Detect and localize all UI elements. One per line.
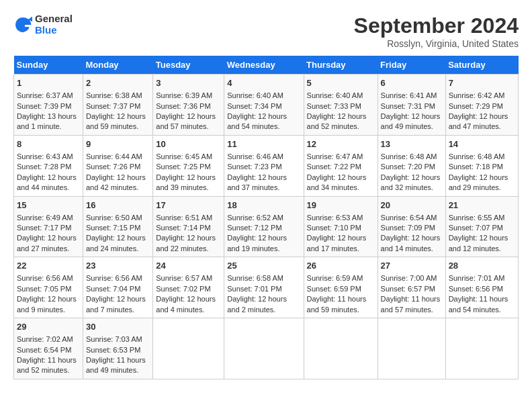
sunset-label: Sunset: 6:53 PM — [86, 346, 140, 354]
day-number: 12 — [307, 138, 375, 150]
daylight-label: Daylight: 12 hours and 52 minutes. — [307, 112, 367, 130]
daylight-label: Daylight: 12 hours and 54 minutes. — [227, 112, 287, 130]
calendar-cell: 30 Sunrise: 7:03 AM Sunset: 6:53 PM Dayl… — [83, 318, 152, 379]
sunset-label: Sunset: 6:54 PM — [17, 346, 71, 354]
calendar-table: Sunday Monday Tuesday Wednesday Thursday… — [13, 56, 519, 379]
calendar-week-5: 29 Sunrise: 7:02 AM Sunset: 6:54 PM Dayl… — [14, 318, 519, 379]
daylight-label: Daylight: 12 hours and 34 minutes. — [307, 173, 367, 191]
daylight-label: Daylight: 12 hours and 7 minutes. — [86, 295, 146, 313]
sunrise-label: Sunrise: 6:49 AM — [17, 214, 73, 222]
calendar-cell: 25 Sunrise: 6:58 AM Sunset: 7:01 PM Dayl… — [224, 257, 304, 318]
daylight-label: Daylight: 12 hours and 39 minutes. — [156, 173, 216, 191]
calendar-cell — [153, 318, 224, 379]
calendar-cell: 24 Sunrise: 6:57 AM Sunset: 7:02 PM Dayl… — [153, 257, 224, 318]
sunset-label: Sunset: 7:22 PM — [307, 163, 361, 171]
daylight-label: Daylight: 12 hours and 27 minutes. — [17, 234, 77, 252]
day-number: 27 — [381, 260, 443, 272]
sunrise-label: Sunrise: 6:55 AM — [449, 214, 505, 222]
calendar-cell — [378, 318, 445, 379]
sunrise-label: Sunrise: 6:46 AM — [227, 152, 283, 161]
col-friday: Friday — [378, 56, 445, 75]
day-number: 19 — [307, 199, 375, 212]
calendar-cell: 27 Sunrise: 7:00 AM Sunset: 6:57 PM Dayl… — [378, 257, 445, 318]
day-number: 26 — [307, 260, 375, 272]
calendar-cell: 23 Sunrise: 6:56 AM Sunset: 7:04 PM Dayl… — [83, 257, 152, 318]
col-saturday: Saturday — [445, 56, 518, 75]
sunrise-label: Sunrise: 6:56 AM — [86, 274, 142, 282]
calendar-cell: 6 Sunrise: 6:41 AM Sunset: 7:31 PM Dayli… — [378, 75, 445, 136]
sunset-label: Sunset: 7:39 PM — [17, 102, 71, 110]
sunset-label: Sunset: 7:28 PM — [17, 163, 71, 171]
day-number: 16 — [86, 199, 150, 212]
sunrise-label: Sunrise: 6:53 AM — [307, 214, 363, 222]
sunrise-label: Sunrise: 6:59 AM — [307, 274, 363, 282]
day-number: 5 — [307, 77, 375, 89]
calendar-cell: 5 Sunrise: 6:40 AM Sunset: 7:33 PM Dayli… — [304, 75, 378, 136]
calendar-cell — [445, 318, 518, 379]
daylight-label: Daylight: 12 hours and 29 minutes. — [449, 173, 508, 191]
sunset-label: Sunset: 7:26 PM — [86, 163, 140, 171]
col-monday: Monday — [83, 56, 152, 75]
calendar-cell: 28 Sunrise: 7:01 AM Sunset: 6:56 PM Dayl… — [445, 257, 518, 318]
calendar-cell: 14 Sunrise: 6:48 AM Sunset: 7:18 PM Dayl… — [445, 135, 518, 196]
sunset-label: Sunset: 6:56 PM — [449, 285, 503, 293]
day-number: 11 — [227, 138, 300, 150]
sunrise-label: Sunrise: 6:38 AM — [86, 91, 142, 99]
daylight-label: Daylight: 12 hours and 37 minutes. — [227, 173, 287, 191]
sunset-label: Sunset: 7:04 PM — [86, 285, 140, 293]
sunset-label: Sunset: 7:12 PM — [227, 224, 281, 232]
day-number: 30 — [86, 321, 150, 333]
subtitle: Rosslyn, Virginia, United States — [354, 38, 519, 49]
sunrise-label: Sunrise: 6:57 AM — [156, 274, 212, 282]
sunrise-label: Sunrise: 6:48 AM — [381, 152, 437, 161]
day-number: 23 — [86, 260, 150, 272]
day-number: 20 — [381, 199, 443, 212]
calendar-cell: 7 Sunrise: 6:42 AM Sunset: 7:29 PM Dayli… — [445, 75, 518, 136]
day-number: 1 — [17, 77, 80, 89]
calendar-cell: 12 Sunrise: 6:47 AM Sunset: 7:22 PM Dayl… — [304, 135, 378, 196]
sunset-label: Sunset: 7:25 PM — [156, 163, 210, 171]
calendar-cell: 1 Sunrise: 6:37 AM Sunset: 7:39 PM Dayli… — [14, 75, 83, 136]
sunset-label: Sunset: 7:05 PM — [17, 285, 71, 293]
calendar-week-3: 15 Sunrise: 6:49 AM Sunset: 7:17 PM Dayl… — [14, 196, 519, 257]
daylight-label: Daylight: 13 hours and 1 minute. — [17, 112, 77, 130]
sunrise-label: Sunrise: 7:03 AM — [86, 335, 142, 343]
sunrise-label: Sunrise: 6:54 AM — [381, 214, 437, 222]
calendar-cell: 21 Sunrise: 6:55 AM Sunset: 7:07 PM Dayl… — [445, 196, 518, 257]
col-wednesday: Wednesday — [224, 56, 304, 75]
sunset-label: Sunset: 7:18 PM — [449, 163, 503, 171]
daylight-label: Daylight: 11 hours and 59 minutes. — [307, 295, 367, 313]
calendar-cell: 15 Sunrise: 6:49 AM Sunset: 7:17 PM Dayl… — [14, 196, 83, 257]
day-number: 6 — [381, 77, 443, 89]
day-number: 29 — [17, 321, 80, 333]
daylight-label: Daylight: 12 hours and 19 minutes. — [227, 234, 287, 252]
daylight-label: Daylight: 11 hours and 57 minutes. — [381, 295, 441, 313]
logo-blue: Blue — [35, 25, 73, 36]
header-row: Sunday Monday Tuesday Wednesday Thursday… — [14, 56, 519, 75]
daylight-label: Daylight: 12 hours and 32 minutes. — [381, 173, 441, 191]
page-header: General Blue September 2024 Rosslyn, Vir… — [13, 13, 519, 49]
sunrise-label: Sunrise: 6:48 AM — [449, 152, 505, 161]
day-number: 4 — [227, 77, 300, 89]
calendar-cell — [304, 318, 378, 379]
sunrise-label: Sunrise: 6:50 AM — [86, 214, 142, 222]
sunrise-label: Sunrise: 6:42 AM — [449, 91, 505, 99]
title-section: September 2024 Rosslyn, Virginia, United… — [354, 13, 519, 49]
day-number: 2 — [86, 77, 150, 89]
sunset-label: Sunset: 7:09 PM — [381, 224, 435, 232]
col-tuesday: Tuesday — [153, 56, 224, 75]
calendar-cell: 8 Sunrise: 6:43 AM Sunset: 7:28 PM Dayli… — [14, 135, 83, 196]
sunset-label: Sunset: 7:37 PM — [86, 102, 140, 110]
daylight-label: Daylight: 12 hours and 2 minutes. — [227, 295, 287, 313]
day-number: 13 — [381, 138, 443, 150]
daylight-label: Daylight: 12 hours and 49 minutes. — [381, 112, 441, 130]
daylight-label: Daylight: 12 hours and 4 minutes. — [156, 295, 216, 313]
daylight-label: Daylight: 12 hours and 17 minutes. — [307, 234, 367, 252]
day-number: 3 — [156, 77, 221, 89]
sunset-label: Sunset: 7:36 PM — [156, 102, 210, 110]
daylight-label: Daylight: 11 hours and 52 minutes. — [17, 356, 77, 374]
sunrise-label: Sunrise: 6:37 AM — [17, 91, 73, 99]
sunset-label: Sunset: 7:15 PM — [86, 224, 140, 232]
day-number: 14 — [449, 138, 515, 150]
daylight-label: Daylight: 12 hours and 59 minutes. — [86, 112, 146, 130]
